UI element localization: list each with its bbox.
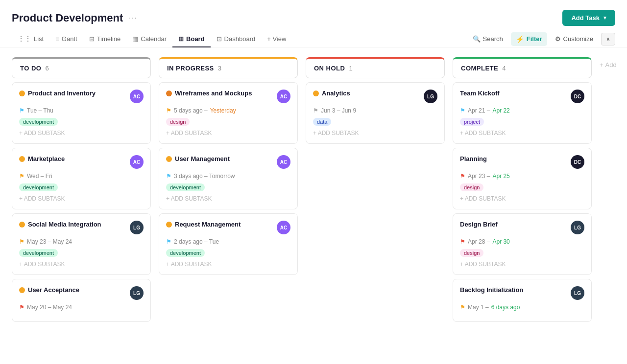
dots-icon[interactable]: ··· [128, 14, 137, 23]
card-analytics[interactable]: Analytics LG ⚑ Jun 3 – Jun 9 data + ADD … [306, 82, 445, 144]
timeline-icon: ⊟ [89, 35, 95, 43]
card-team-kickoff[interactable]: Team Kickoff DC ⚑ Apr 21 – Apr 22 projec… [453, 82, 592, 144]
timeline-label: Timeline [97, 35, 121, 43]
tag-data: data [313, 118, 331, 126]
tag-development: development [19, 118, 58, 126]
nav-item-timeline[interactable]: ⊟ Timeline [83, 31, 127, 47]
card-user-management[interactable]: User Management AC ⚑ 3 days ago – Tomorr… [159, 148, 298, 209]
card-title: Backlog Initialization [460, 286, 523, 294]
card-request-management[interactable]: Request Management AC ⚑ 2 days ago – Tue… [159, 213, 298, 275]
add-subtask[interactable]: + ADD SUBTASK [19, 195, 144, 202]
onhold-count: 1 [349, 65, 352, 72]
column-header-todo: TO DO 6 [12, 57, 151, 78]
add-subtask[interactable]: + ADD SUBTASK [19, 261, 144, 268]
column-inprogress: IN PROGRESS 3 Wireframes and Mockups AC … [159, 57, 298, 322]
flag-icon: ⚑ [19, 173, 24, 180]
list-icon: ⋮⋮ [18, 35, 31, 43]
date-text: 2 days ago – Tue [174, 238, 219, 245]
add-subtask[interactable]: + ADD SUBTASK [313, 130, 437, 136]
flag-icon: ⚑ [460, 107, 465, 114]
status-dot [19, 222, 25, 228]
flag-icon: ⚑ [460, 304, 465, 311]
tag-design: design [460, 183, 483, 191]
customize-action[interactable]: ⚙ Customize [550, 32, 598, 46]
add-subtask[interactable]: + ADD SUBTASK [460, 261, 584, 268]
avatar: LG [571, 286, 584, 300]
card-social-media[interactable]: Social Media Integration LG ⚑ May 23 – M… [12, 213, 151, 275]
add-subtask[interactable]: + ADD SUBTASK [166, 130, 290, 136]
card-planning[interactable]: Planning DC ⚑ Apr 23 – Apr 25 design + A… [453, 148, 592, 209]
date-highlight-green: Apr 25 [492, 173, 509, 180]
avatar: LG [130, 286, 144, 300]
card-product-inventory[interactable]: Product and Inventory AC ⚑ Tue – Thu dev… [12, 82, 151, 144]
nav-item-calendar[interactable]: ▦ Calendar [126, 31, 172, 47]
date-text: May 20 – May 24 [27, 304, 72, 311]
avatar: AC [130, 155, 144, 169]
avatar: AC [277, 90, 290, 103]
nav-item-add-view[interactable]: + View [261, 31, 292, 47]
board-label: Board [186, 35, 205, 43]
card-title: Social Media Integration [28, 221, 101, 228]
nav-item-list[interactable]: ⋮⋮ List [12, 31, 49, 47]
avatar: AC [277, 221, 290, 234]
project-title: Product Development [12, 12, 123, 24]
add-view-label: + View [267, 35, 286, 43]
status-dot [166, 222, 172, 228]
column-header-onhold: ON HOLD 1 [306, 57, 445, 78]
card-date: ⚑ May 1 – 6 days ago [460, 304, 584, 311]
header-left: Product Development ··· [12, 12, 138, 24]
complete-title: COMPLETE [461, 65, 498, 72]
flag-icon: ⚑ [19, 238, 24, 245]
column-onhold: ON HOLD 1 Analytics LG ⚑ Jun 3 – Jun 9 d… [306, 57, 445, 322]
nav-item-dashboard[interactable]: ⊡ Dashboard [211, 31, 262, 47]
card-title: User Management [175, 155, 230, 162]
customize-label: Customize [563, 35, 593, 43]
avatar: DC [571, 90, 584, 103]
search-label: Search [483, 35, 503, 43]
date-text: Apr 28 – [468, 238, 490, 245]
card-title: Product and Inventory [28, 90, 96, 97]
navigation: ⋮⋮ List ≡ Gantt ⊟ Timeline ▦ Calendar ⊞ … [0, 26, 627, 47]
flag-icon: ⚑ [166, 107, 171, 114]
filter-label: Filter [527, 35, 542, 43]
add-subtask[interactable]: + ADD SUBTASK [460, 130, 584, 136]
card-user-acceptance[interactable]: User Acceptance LG ⚑ May 20 – May 24 [12, 279, 151, 322]
card-date: ⚑ Tue – Thu [19, 107, 144, 114]
flag-icon: ⚑ [166, 173, 171, 180]
card-design-brief[interactable]: Design Brief LG ⚑ Apr 28 – Apr 30 design… [453, 213, 592, 275]
flag-icon: ⚑ [166, 238, 171, 245]
tag-design: design [166, 118, 190, 126]
add-column-button[interactable]: + Add [600, 57, 627, 322]
board-icon: ⊞ [178, 35, 184, 43]
flag-icon: ⚑ [313, 107, 318, 114]
date-text: Tue – Thu [27, 107, 53, 114]
calendar-label: Calendar [141, 35, 167, 43]
calendar-icon: ▦ [132, 35, 138, 43]
add-subtask[interactable]: + ADD SUBTASK [166, 261, 290, 268]
search-icon: 🔍 [473, 35, 481, 43]
flag-icon: ⚑ [19, 304, 24, 311]
search-action[interactable]: 🔍 Search [468, 32, 508, 46]
card-wireframes[interactable]: Wireframes and Mockups AC ⚑ 5 days ago –… [159, 82, 298, 144]
add-task-label: Add Task [571, 14, 600, 22]
card-backlog[interactable]: Backlog Initialization LG ⚑ May 1 – 6 da… [453, 279, 592, 322]
collapse-button[interactable]: ∧ [601, 33, 615, 46]
card-title: Design Brief [460, 221, 498, 228]
add-subtask[interactable]: + ADD SUBTASK [19, 130, 144, 136]
nav-item-gantt[interactable]: ≡ Gantt [49, 31, 83, 47]
card-title: User Acceptance [28, 286, 79, 294]
tag-project: project [460, 118, 484, 126]
avatar: LG [424, 90, 437, 103]
card-marketplace[interactable]: Marketplace AC ⚑ Wed – Fri development +… [12, 148, 151, 209]
nav-item-board[interactable]: ⊞ Board [172, 31, 211, 47]
add-subtask[interactable]: + ADD SUBTASK [166, 195, 290, 202]
board: TO DO 6 Product and Inventory AC ⚑ Tue –… [0, 47, 627, 332]
filter-action[interactable]: ⚡ Filter [511, 32, 547, 46]
tag-design: design [460, 249, 483, 257]
card-title: Request Management [175, 221, 241, 228]
gantt-label: Gantt [62, 35, 77, 43]
date-text: 5 days ago – [174, 107, 208, 114]
add-task-button[interactable]: Add Task ▾ [562, 10, 615, 26]
add-subtask[interactable]: + ADD SUBTASK [460, 195, 584, 202]
add-column-label: Add [605, 61, 617, 68]
